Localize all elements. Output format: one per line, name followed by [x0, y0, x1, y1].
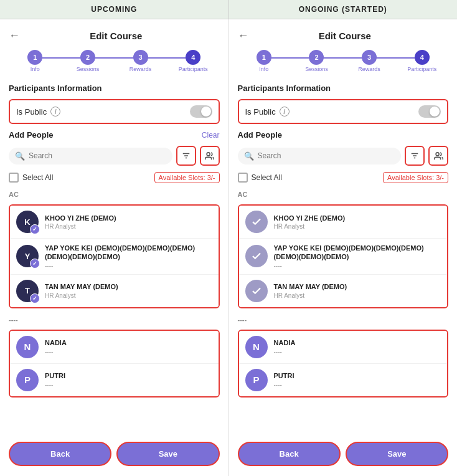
add-people-header-ongoing: Add People	[238, 130, 449, 140]
stepper-ongoing: 1 Info 2 Sessions 3 Rewards 4 Participan…	[238, 50, 449, 72]
participant-role-tan-ongoing: HR Analyst	[274, 292, 441, 299]
select-all-checkbox-upcoming[interactable]	[9, 173, 19, 183]
is-public-text-ongoing: Is Public	[245, 107, 276, 117]
step-label-2: Sessions	[77, 66, 100, 72]
action-btns-ongoing: Back Save	[238, 438, 449, 466]
other-participants-list-ongoing: N NADIA ---- P PUTRI ----	[238, 330, 449, 397]
step-participants-ongoing: 4 Participants	[395, 50, 448, 72]
search-icon-ongoing: 🔍	[244, 151, 254, 161]
step-sessions-ongoing: 2 Sessions	[290, 50, 343, 72]
add-people-btn-ongoing[interactable]	[428, 146, 448, 166]
participant-role-putri-upcoming: ----	[45, 381, 212, 388]
top-bar-upcoming: UPCOMING	[0, 0, 229, 19]
participant-item[interactable]: TAN MAY MAY (DEMO) HR Analyst	[239, 275, 448, 307]
is-public-toggle-ongoing[interactable]	[418, 105, 441, 118]
participant-role-khoo-upcoming: HR Analyst	[45, 223, 212, 230]
info-icon-ongoing[interactable]: i	[280, 107, 290, 117]
participant-info-khoo-upcoming: KHOO YI ZHE (DEMO) HR Analyst	[45, 214, 212, 230]
search-box-upcoming: 🔍	[9, 148, 172, 164]
is-public-text-upcoming: Is Public	[16, 107, 47, 117]
group-label-dash-ongoing: ----	[238, 316, 449, 323]
participant-name-nadia-ongoing: NADIA	[274, 338, 441, 347]
step-circle-2: 2	[80, 50, 95, 65]
is-public-row-ongoing: Is Public i	[238, 99, 449, 124]
search-input-ongoing[interactable]	[258, 151, 395, 160]
step-rewards-ongoing: 3 Rewards	[343, 50, 396, 72]
avatar-tan-ongoing	[245, 280, 268, 302]
group-label-ac-upcoming: AC	[9, 191, 220, 198]
participant-role-yap-upcoming: ----	[45, 262, 212, 269]
participant-item[interactable]: T TAN MAY MAY (DEMO) HR Analyst	[10, 275, 219, 307]
participant-name-yap-ongoing: YAP YOKE KEI (DEMO)(DEMO)(DEMO)(DEMO)(DE…	[274, 244, 441, 262]
participant-name-tan-upcoming: TAN MAY MAY (DEMO)	[45, 282, 212, 291]
participant-item[interactable]: N NADIA ----	[239, 331, 448, 364]
participant-item[interactable]: K KHOO YI ZHE (DEMO) HR Analyst	[10, 206, 219, 239]
participant-item[interactable]: Y YAP YOKE KEI (DEMO)(DEMO)(DEMO)(DEMO)(…	[10, 239, 219, 275]
add-people-header-upcoming: Add People Clear	[9, 130, 220, 140]
step-circle-3: 3	[133, 50, 148, 65]
avatar-nadia-ongoing: N	[245, 336, 268, 358]
select-all-row-ongoing: Select All Available Slots: 3/-	[238, 172, 449, 183]
save-button-upcoming[interactable]: Save	[116, 442, 219, 466]
search-input-upcoming[interactable]	[29, 151, 166, 160]
back-arrow-upcoming[interactable]: ←	[9, 29, 20, 42]
participant-info-putri-ongoing: PUTRI ----	[274, 371, 441, 388]
back-button-ongoing[interactable]: Back	[238, 442, 341, 466]
step-circle-2-ongoing: 2	[309, 50, 324, 65]
participant-info-yap-upcoming: YAP YOKE KEI (DEMO)(DEMO)(DEMO)(DEMO)(DE…	[45, 244, 212, 269]
available-slots-ongoing: Available Slots: 3/-	[383, 172, 448, 183]
participant-info-tan-ongoing: TAN MAY MAY (DEMO) HR Analyst	[274, 282, 441, 298]
step-rewards-upcoming: 3 Rewards	[114, 50, 167, 72]
participant-item[interactable]: YAP YOKE KEI (DEMO)(DEMO)(DEMO)(DEMO)(DE…	[239, 239, 448, 275]
participant-item[interactable]: P PUTRI ----	[10, 364, 219, 396]
ongoing-header: ← Edit Course	[238, 29, 449, 42]
participants-info-title-upcoming: Participants Information	[9, 83, 220, 93]
participant-item[interactable]: N NADIA ----	[10, 331, 219, 364]
add-people-btn-upcoming[interactable]	[200, 146, 220, 166]
is-public-label-upcoming: Is Public i	[16, 107, 60, 117]
participant-role-yap-ongoing: ----	[274, 262, 441, 269]
step-circle-1-ongoing: 1	[257, 50, 271, 65]
participant-role-nadia-upcoming: ----	[45, 348, 212, 355]
available-slots-upcoming: Available Slots: 3/-	[154, 172, 220, 183]
stepper-upcoming: 1 Info 2 Sessions 3 Rewards 4 Participan…	[9, 50, 220, 72]
is-public-row-upcoming: Is Public i	[9, 99, 220, 124]
back-arrow-ongoing[interactable]: ←	[238, 29, 249, 42]
ac-participants-list-upcoming: K KHOO YI ZHE (DEMO) HR Analyst Y YAP YO…	[9, 204, 220, 308]
step-participants-upcoming: 4 Participants	[167, 50, 220, 72]
participant-role-nadia-ongoing: ----	[274, 348, 441, 355]
step-circle-3-ongoing: 3	[362, 50, 377, 65]
back-button-upcoming[interactable]: Back	[9, 442, 111, 466]
group-label-dash-upcoming: ----	[9, 316, 220, 323]
svg-point-0	[207, 152, 210, 155]
step-label-4: Participants	[179, 66, 208, 72]
participant-item[interactable]: KHOO YI ZHE (DEMO) HR Analyst	[239, 206, 448, 239]
participants-info-title-ongoing: Participants Information	[238, 83, 449, 93]
filter-btn-upcoming[interactable]	[176, 146, 196, 166]
is-public-toggle-upcoming[interactable]	[190, 105, 212, 118]
save-button-ongoing[interactable]: Save	[346, 442, 448, 466]
step-info-ongoing: 1 Info	[238, 50, 291, 72]
avatar-tan-upcoming: T	[16, 280, 39, 302]
ongoing-panel: ← Edit Course 1 Info 2 Sessions 3 Reward…	[229, 19, 458, 476]
avatar-khoo-ongoing	[245, 211, 268, 233]
participant-item[interactable]: P PUTRI ----	[239, 364, 448, 396]
participant-info-nadia-ongoing: NADIA ----	[274, 338, 441, 355]
clear-btn-upcoming[interactable]: Clear	[202, 131, 220, 140]
participant-info-khoo-ongoing: KHOO YI ZHE (DEMO) HR Analyst	[274, 214, 441, 230]
info-icon-upcoming[interactable]: i	[50, 107, 60, 117]
step-label-4-ongoing: Participants	[407, 66, 436, 72]
add-people-title-upcoming: Add People	[9, 130, 54, 140]
select-all-checkbox-ongoing[interactable]	[238, 173, 248, 183]
avatar-putri-upcoming: P	[16, 369, 39, 391]
add-people-title-ongoing: Add People	[238, 130, 283, 140]
step-label-3: Rewards	[130, 66, 152, 72]
filter-btn-ongoing[interactable]	[405, 146, 425, 166]
upcoming-header: ← Edit Course	[9, 29, 220, 42]
step-info-upcoming: 1 Info	[9, 50, 62, 72]
search-row-ongoing: 🔍	[238, 146, 449, 166]
select-all-left-ongoing: Select All	[238, 173, 282, 183]
ongoing-title: Edit Course	[254, 31, 436, 41]
svg-point-1	[436, 152, 439, 155]
search-row-upcoming: 🔍	[9, 146, 220, 166]
